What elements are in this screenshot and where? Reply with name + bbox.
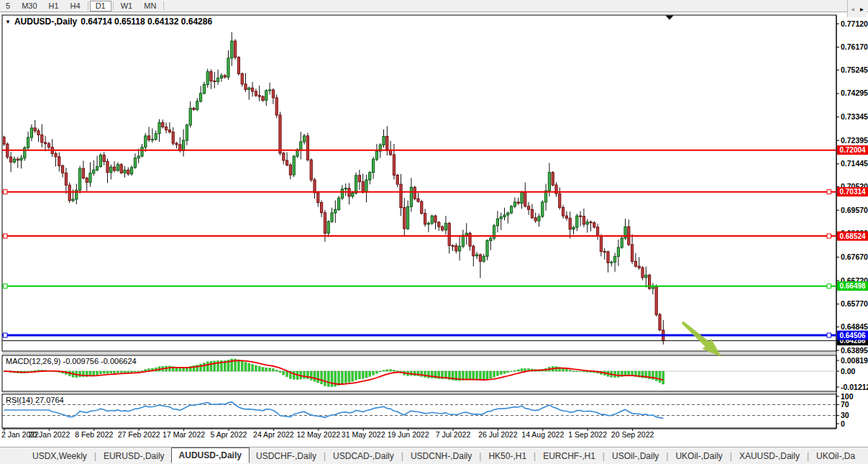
toolbar-separator [113, 1, 114, 10]
date-tick-label: 24 Apr 2022 [253, 430, 294, 439]
chart-tab-usoil-daily[interactable]: USOil-,Daily [606, 449, 665, 463]
toolbar-separator [88, 1, 88, 10]
date-axis-ticks: 2 Jan 202220 Jan 20228 Feb 202227 Feb 20… [1, 429, 654, 439]
price-tick-label: 0.69570 [841, 206, 868, 214]
chart-area: 0.771200.761700.752450.742950.733450.723… [0, 12, 868, 447]
date-tick-label: 20 Jan 2022 [28, 430, 70, 439]
date-tick-label: 31 May 2022 [342, 430, 385, 439]
date-tick-label: 17 Mar 2022 [163, 430, 205, 439]
hline-handle[interactable] [4, 234, 8, 238]
chart-tab-xauusd-daily[interactable]: XAUUSD-,Daily [733, 449, 806, 463]
hline-handle[interactable] [4, 284, 8, 288]
chart-tab-eurchf-h1[interactable]: EURCHF-,H1 [536, 449, 602, 463]
rsi-tick-label: 0 [841, 419, 845, 428]
hline-handle[interactable] [4, 190, 8, 194]
hline-price-text: 0.66498 [839, 282, 866, 290]
price-tick-label: 0.63895 [841, 346, 868, 355]
price-tick-label: 0.71445 [841, 159, 868, 168]
timeframe-button-5[interactable]: 5 [0, 1, 16, 11]
macd-tick-label: 0.00 [841, 367, 856, 376]
timeframe-button-d1[interactable]: D1 [90, 1, 111, 12]
rsi-tick-label: 30 [841, 411, 849, 419]
chart-tab-ukoil-daily[interactable]: UKOil-,Daily [669, 449, 728, 463]
price-tick-label: 0.67670 [841, 253, 868, 261]
chart-tab-usdcad-daily[interactable]: USDCAD-,Daily [326, 449, 401, 463]
hline-price-text: 0.70314 [839, 188, 866, 196]
chart-tab-usdcnh-daily[interactable]: USDCNH-,Daily [404, 449, 478, 463]
date-tick-label: 7 Jul 2022 [436, 430, 471, 439]
macd-indicator-label: MACD(12,26,9) -0.009756 -0.006624 [6, 357, 137, 365]
symbol-dropdown-icon[interactable]: ▼ [5, 19, 11, 25]
timeframe-button-w1[interactable]: W1 [115, 1, 139, 11]
rsi-tick-label: 70 [841, 400, 849, 409]
chart-tab-audusd-daily[interactable]: AUDUSD-,Daily [171, 447, 250, 463]
rsi-tick-label: 100 [841, 392, 854, 401]
hline-handle[interactable] [827, 190, 831, 194]
price-tick-label: 0.77120 [841, 19, 868, 28]
date-tick-label: 5 Apr 2022 [211, 430, 247, 439]
hline-handle[interactable] [827, 234, 831, 238]
chart-tabs-bar: USDX,Weekly|EURUSD-,DailyAUDUSD-,DailyUS… [0, 447, 868, 464]
date-tick-label: 27 Feb 2022 [118, 430, 160, 439]
hline-handle[interactable] [827, 333, 831, 337]
chart-title-ohlc: 0.64714 0.65118 0.64132 0.64286 [81, 17, 212, 27]
chart-tab-ukoil-da[interactable]: UKOil-,Da [810, 449, 862, 463]
chart-title: ▼ AUDUSD-,Daily 0.64714 0.65118 0.64132 … [5, 17, 212, 27]
price-tick-label: 0.73345 [841, 112, 868, 121]
date-tick-label: 12 May 2022 [296, 430, 340, 439]
timeframe-button-h1[interactable]: H1 [43, 1, 65, 11]
price-pane [2, 15, 836, 351]
hline-handle[interactable] [827, 284, 831, 288]
chart-tab-hk50-h1[interactable]: HK50-,H1 [482, 449, 533, 463]
date-tick-label: 26 Jul 2022 [478, 430, 517, 439]
rsi-indicator-label: RSI(14) 27.0764 [6, 396, 64, 404]
tabs-scroll-right-icon[interactable]: ▸ [860, 5, 864, 13]
mt4-window: 5M30H1H4D1W1MN 0.771200.761700.752450.74… [0, 0, 868, 464]
price-tick-label: 0.64845 [841, 322, 868, 331]
date-tick-label: 8 Feb 2022 [75, 430, 113, 439]
price-tick-label: 0.76170 [841, 42, 868, 51]
timeframe-toolbar: 5M30H1H4D1W1MN [0, 0, 868, 12]
price-tick-label: 0.72395 [841, 136, 868, 145]
chart-tab-usdchf-daily[interactable]: USDCHF-,Daily [250, 449, 323, 463]
date-tick-label: 19 Jun 2022 [388, 430, 429, 439]
chart-canvas: 0.771200.761700.752450.742950.733450.723… [0, 12, 868, 447]
pane-separator[interactable] [2, 392, 836, 394]
hline-price-text: 0.68524 [839, 232, 866, 240]
chart-tab-usdx-weekly[interactable]: USDX,Weekly [26, 449, 93, 463]
tabs-scroll-left-icon[interactable]: ◂ [851, 5, 854, 13]
date-tick-label: 20 Sep 2022 [611, 430, 654, 439]
price-tick-label: 0.65770 [841, 299, 868, 308]
date-tick-label: 14 Aug 2022 [521, 430, 564, 439]
timeframe-button-h4[interactable]: H4 [65, 1, 86, 11]
timeframe-button-mn[interactable]: MN [138, 1, 162, 11]
macd-tick-label: -0.012121 [841, 383, 868, 391]
hline-price-text: 0.64506 [839, 332, 866, 340]
hline-handle[interactable] [4, 333, 8, 337]
chart-tab-eurusd-daily[interactable]: EURUSD-,Daily [97, 449, 171, 463]
price-tick-label: 0.74295 [841, 88, 868, 97]
macd-tick-label: 0.008197 [841, 356, 868, 365]
tab-scroll-controls: ◂▸ [847, 0, 867, 17]
hline-price-text: 0.72004 [839, 146, 866, 154]
chart-title-symbol: AUDUSD-,Daily [14, 17, 77, 27]
price-axis-ticks: 0.771200.761700.752450.742950.733450.723… [836, 19, 868, 355]
timeframe-button-m30[interactable]: M30 [16, 1, 42, 11]
toolbar-separator [163, 1, 164, 10]
price-tick-label: 0.75245 [841, 65, 868, 74]
date-tick-label: 1 Sep 2022 [568, 430, 607, 439]
